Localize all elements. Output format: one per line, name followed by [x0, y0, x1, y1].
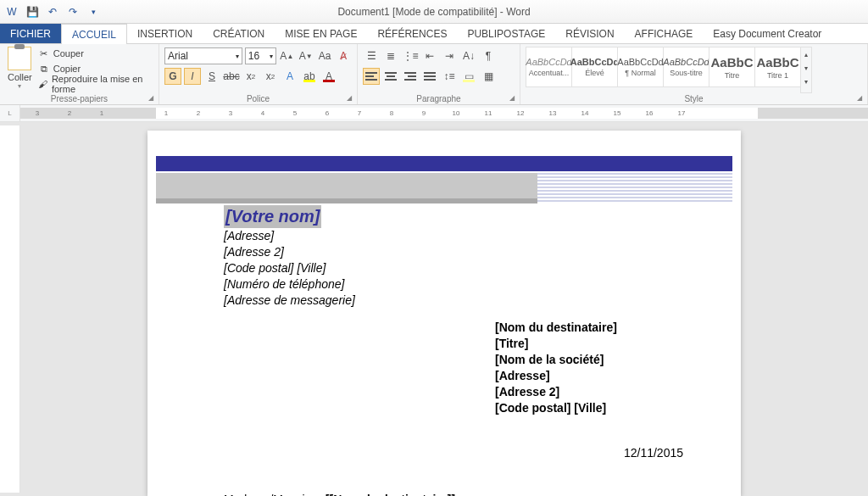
styles-expand-icon[interactable]: ▾ — [801, 75, 811, 88]
word-app-icon: W — [3, 3, 20, 20]
change-case-button[interactable]: Aa — [316, 47, 332, 64]
show-marks-button[interactable]: ¶ — [480, 47, 497, 64]
header-image — [156, 173, 732, 203]
style-soustitre[interactable]: AaBbCcDdSous-titre — [663, 47, 709, 87]
sender-line[interactable]: [Code postal] [Ville] — [224, 260, 690, 276]
cut-button[interactable]: ✂Couper — [38, 47, 153, 60]
tab-references[interactable]: RÉFÉRENCES — [367, 24, 457, 43]
brush-icon: 🖌 — [38, 78, 48, 90]
styles-scroll-up-icon[interactable]: ▴ — [801, 47, 811, 61]
strike-button[interactable]: abc — [223, 68, 240, 85]
redo-icon[interactable]: ↷ — [64, 3, 81, 20]
recipient-line[interactable]: [Adresse 2] — [495, 384, 690, 400]
qat-customize-icon[interactable]: ▾ — [85, 3, 102, 20]
tab-insertion[interactable]: INSERTION — [127, 24, 203, 43]
italic-button[interactable]: I — [184, 68, 201, 85]
style-eleve[interactable]: AaBbCcDdÉlevé — [571, 47, 618, 87]
justify-button[interactable] — [421, 68, 438, 85]
tab-affichage[interactable]: AFFICHAGE — [625, 24, 704, 43]
subscript-button[interactable]: x2 — [242, 68, 259, 85]
group-paragraph: ☰ ≣ ⋮≡ ⇤ ⇥ A↓ ¶ ↕≡ ▭ ▦ Paragraphe ◢ — [358, 44, 520, 104]
sender-line[interactable]: [Adresse de messagerie] — [224, 293, 690, 309]
group-styles: AaBbCcDdAccentuat... AaBbCcDdÉlevé AaBbC… — [520, 44, 868, 104]
highlight-button[interactable]: ab — [301, 68, 318, 85]
align-left-button[interactable] — [363, 68, 380, 85]
line-spacing-button[interactable]: ↕≡ — [441, 68, 458, 85]
superscript-button[interactable]: x2 — [262, 68, 279, 85]
copy-icon: ⧉ — [38, 63, 50, 75]
shrink-font-button[interactable]: A▼ — [298, 47, 314, 64]
sender-line[interactable]: [Adresse] — [224, 228, 690, 244]
style-titre[interactable]: AaBbCTitre — [709, 47, 755, 87]
align-center-button[interactable] — [382, 68, 399, 85]
sender-line[interactable]: [Adresse 2] — [224, 244, 690, 260]
font-name-combo[interactable]: Arial▾ — [164, 47, 242, 64]
sender-block[interactable]: [Votre nom] [Adresse] [Adresse 2] [Code … — [224, 205, 690, 308]
tab-revision[interactable]: RÉVISION — [555, 24, 624, 43]
bold-button[interactable]: G — [164, 68, 181, 85]
tab-fichier[interactable]: FICHIER — [0, 24, 61, 43]
paragraph-launcher-icon[interactable]: ◢ — [509, 94, 518, 103]
ruler-corner: L — [0, 105, 20, 121]
recipient-block[interactable]: [Nom du destinataire] [Titre] [Nom de la… — [495, 320, 690, 415]
recipient-line[interactable]: [Titre] — [495, 336, 690, 352]
multilevel-button[interactable]: ⋮≡ — [402, 47, 419, 64]
group-font: Arial▾ 16▾ A▲ A▼ Aa A̷ G I S abc x2 x2 A… — [159, 44, 358, 104]
recipient-line[interactable]: [Adresse] — [495, 368, 690, 384]
borders-button[interactable]: ▦ — [480, 68, 497, 85]
format-painter-button[interactable]: 🖌Reproduire la mise en forme — [38, 77, 153, 91]
document-page[interactable]: [Votre nom] [Adresse] [Adresse 2] [Code … — [147, 131, 741, 496]
grow-font-button[interactable]: A▲ — [279, 47, 295, 64]
tab-accueil[interactable]: ACCUEIL — [61, 24, 127, 44]
indent-increase-button[interactable]: ⇥ — [441, 47, 458, 64]
scissors-icon: ✂ — [38, 47, 50, 59]
align-right-button[interactable] — [402, 68, 419, 85]
tab-easy-document[interactable]: Easy Document Creator — [703, 24, 832, 43]
window-title: Document1 [Mode de compatibilité] - Word — [102, 6, 766, 18]
letter-date[interactable]: 12/11/2015 — [224, 445, 690, 461]
sender-name[interactable]: [Votre nom] — [224, 205, 321, 228]
header-bar — [156, 156, 732, 171]
vertical-ruler[interactable] — [0, 125, 20, 493]
undo-icon[interactable]: ↶ — [44, 3, 61, 20]
bullets-button[interactable]: ☰ — [363, 47, 380, 64]
indent-decrease-button[interactable]: ⇤ — [421, 47, 438, 64]
ribbon-tabs: FICHIER ACCUEIL INSERTION CRÉATION MISE … — [0, 24, 868, 44]
shading-button[interactable]: ▭ — [460, 68, 477, 85]
letter-body[interactable]: Madame/Monsieur [[Nom du destinataire]],… — [224, 492, 690, 496]
sort-button[interactable]: A↓ — [460, 47, 477, 64]
font-launcher-icon[interactable]: ◢ — [347, 94, 355, 103]
tab-publipostage[interactable]: PUBLIPOSTAGE — [457, 24, 555, 43]
clipboard-launcher-icon[interactable]: ◢ — [148, 94, 157, 103]
recipient-line[interactable]: [Nom du destinataire] — [495, 320, 690, 336]
paste-icon — [8, 47, 31, 70]
styles-scroll-down-icon[interactable]: ▾ — [801, 61, 811, 75]
sender-line[interactable]: [Numéro de téléphone] — [224, 276, 690, 293]
group-clipboard: Coller ▾ ✂Couper ⧉Copier 🖌Reproduire la … — [0, 44, 159, 104]
horizontal-ruler[interactable]: 3211234567891011121314151617 — [20, 108, 868, 119]
tab-mise-en-page[interactable]: MISE EN PAGE — [275, 24, 367, 43]
font-color-button[interactable]: A — [320, 68, 337, 85]
style-accent[interactable]: AaBbCcDdAccentuat... — [526, 47, 572, 87]
style-titre1[interactable]: AaBbCTitre 1 — [754, 47, 801, 87]
recipient-line[interactable]: [Nom de la société] — [495, 352, 690, 368]
save-icon[interactable]: 💾 — [24, 3, 41, 20]
style-normal[interactable]: AaBbCcDd¶ Normal — [617, 47, 664, 87]
underline-button[interactable]: S — [203, 68, 220, 85]
font-size-combo[interactable]: 16▾ — [245, 47, 276, 64]
numbering-button[interactable]: ≣ — [382, 47, 399, 64]
text-effects-button[interactable]: A — [281, 68, 298, 85]
styles-launcher-icon[interactable]: ◢ — [857, 94, 865, 103]
clear-format-button[interactable]: A̷ — [336, 47, 352, 64]
paste-button[interactable]: Coller ▾ — [5, 47, 35, 93]
tab-creation[interactable]: CRÉATION — [203, 24, 275, 43]
recipient-line[interactable]: [Code postal] [Ville] — [495, 400, 690, 416]
